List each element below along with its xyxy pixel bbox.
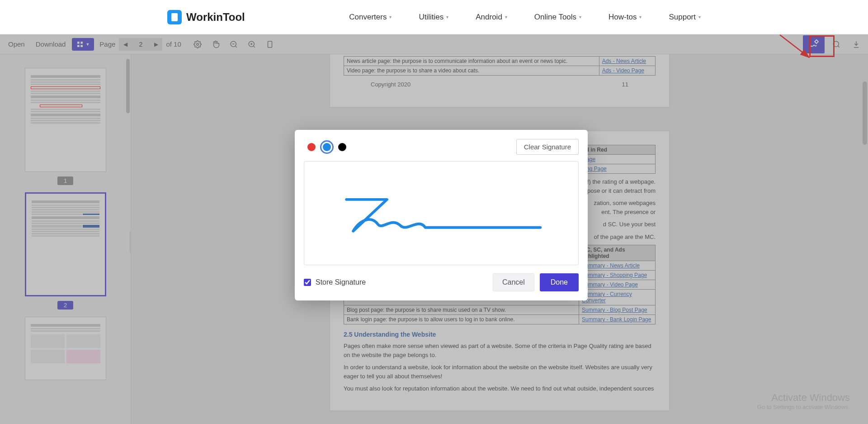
color-blue[interactable] bbox=[323, 143, 331, 151]
color-red[interactable] bbox=[307, 143, 316, 151]
color-black[interactable] bbox=[338, 143, 346, 151]
chevron-down-icon: ▾ bbox=[698, 14, 701, 19]
nav-links: Converters▾ Utilities▾ Android▾ Online T… bbox=[349, 13, 701, 22]
nav-online-tools[interactable]: Online Tools▾ bbox=[534, 13, 581, 22]
nav-android[interactable]: Android▾ bbox=[476, 13, 507, 22]
cancel-button[interactable]: Cancel bbox=[493, 273, 534, 291]
nav-howtos[interactable]: How-tos▾ bbox=[609, 13, 642, 22]
chevron-down-icon: ▾ bbox=[639, 14, 642, 19]
brand-text: WorkinTool bbox=[186, 11, 245, 24]
clear-signature-button[interactable]: Clear Signature bbox=[516, 139, 579, 155]
chevron-down-icon: ▾ bbox=[505, 14, 507, 19]
nav-utilities[interactable]: Utilities▾ bbox=[419, 13, 448, 22]
chevron-down-icon: ▾ bbox=[389, 14, 392, 19]
signature-modal: Clear Signature Store Signature Cancel D… bbox=[295, 130, 588, 300]
signature-canvas[interactable] bbox=[304, 161, 579, 265]
nav-support[interactable]: Support▾ bbox=[669, 13, 701, 22]
nav-converters[interactable]: Converters▾ bbox=[349, 13, 392, 22]
brand[interactable]: WorkinTool bbox=[167, 10, 245, 24]
brand-logo-icon bbox=[167, 10, 182, 24]
signature-color-picker bbox=[304, 143, 346, 151]
done-button[interactable]: Done bbox=[540, 273, 579, 291]
top-nav: WorkinTool Converters▾ Utilities▾ Androi… bbox=[0, 0, 868, 34]
signature-drawing-icon bbox=[318, 177, 564, 249]
chevron-down-icon: ▾ bbox=[579, 14, 581, 19]
chevron-down-icon: ▾ bbox=[446, 14, 448, 19]
store-signature-label: Store Signature bbox=[316, 278, 366, 286]
store-signature-input[interactable] bbox=[304, 279, 311, 286]
store-signature-checkbox[interactable]: Store Signature bbox=[304, 278, 366, 286]
